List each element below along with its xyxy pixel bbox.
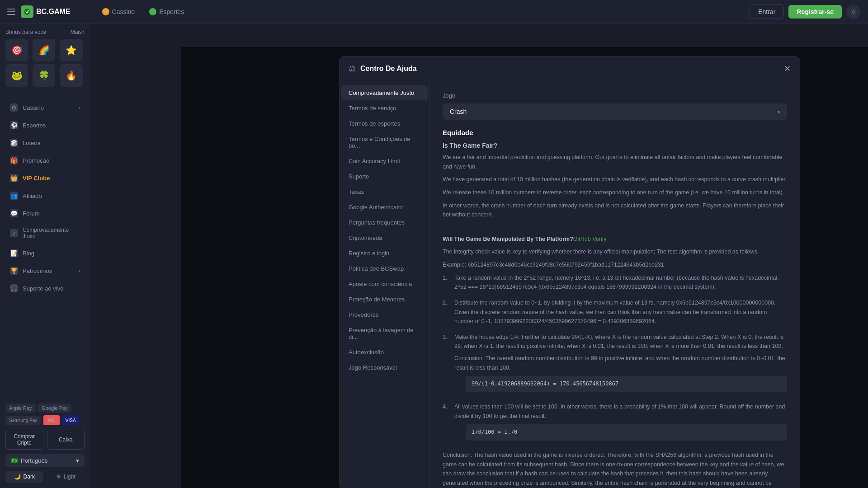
bonus-more[interactable]: Mais › — [71, 29, 85, 35]
moon-icon: 🌙 — [14, 474, 21, 480]
sidebar-item-suporte[interactable]: 🎧 Suporte ao vivo — [3, 280, 87, 297]
registrar-button[interactable]: Registrar-se — [788, 5, 842, 19]
patrocinios-label: Patrocínios — [23, 267, 52, 274]
step-4-num: 4. — [443, 402, 450, 444]
step-3-text: Make the house edge 1%. Further to calcu… — [454, 334, 783, 350]
chevron-down-icon: ▾ — [76, 457, 79, 464]
bonus-item[interactable]: 🌈 — [33, 39, 55, 61]
equidade-title: Equidade — [443, 129, 787, 136]
main-area: ⚖ Centro De Ajuda ✕ Comprovadamente Just… — [90, 23, 868, 488]
close-button[interactable]: ✕ — [784, 64, 791, 74]
step-3-content: Make the house edge 1%. Further to calcu… — [454, 333, 787, 396]
google-pay-icon: Google Pay — [38, 404, 71, 413]
conclusion-text: Conclusion: The hash value used in the g… — [443, 450, 787, 488]
bonus-item[interactable]: 🔥 — [60, 64, 83, 87]
help-nav-taxas[interactable]: Taxas — [341, 184, 428, 199]
bonus-item[interactable]: 🎯 — [5, 39, 28, 61]
dark-theme-button[interactable]: 🌙 Dark — [5, 471, 43, 483]
topnav-left: BC.GAME — [7, 5, 71, 18]
github-verify-link[interactable]: GitHub Verify — [573, 236, 607, 242]
main-layout: Bônus para você Mais › 🎯 🌈 ⭐ 🐸 🍀 🔥 ⚙ Cas… — [0, 23, 868, 488]
logo[interactable]: BC.GAME — [21, 5, 71, 18]
language-button[interactable]: 🇧🇷 Português ▾ — [5, 454, 85, 467]
topnav-center: Cassino Esportes — [96, 5, 191, 18]
help-center-icon: ⚖ — [349, 64, 356, 74]
help-nav-registro-login[interactable]: Registro e login — [341, 246, 428, 261]
nav-esportes[interactable]: Esportes — [143, 5, 190, 18]
sidebar-item-vip[interactable]: 👑 VIP Clube — [3, 169, 87, 187]
help-nav-protecao[interactable]: Proteção de Menores — [341, 292, 428, 307]
sidebar-item-loteria[interactable]: 🎲 Loteria — [3, 134, 87, 151]
light-theme-button[interactable]: ☀ Light — [47, 471, 85, 483]
step-2-text: Distribute the random value to 0~1, by d… — [454, 298, 787, 326]
hamburger-menu[interactable] — [7, 9, 15, 15]
help-nav-coin-accuracy[interactable]: Coin Accuracy Limit — [341, 154, 428, 169]
blog-menu-icon: 📝 — [10, 249, 18, 257]
nav-cassino[interactable]: Cassino — [96, 5, 142, 18]
help-nav-politica-bcswap[interactable]: Política dee BCSwap — [341, 261, 428, 276]
settings-button[interactable] — [846, 5, 861, 19]
help-nav-prevencao[interactable]: Prevenção à lavagem de di... — [341, 323, 428, 344]
help-nav-termos-esportes[interactable]: Termos de esportes — [341, 116, 428, 131]
logo-icon — [21, 5, 33, 18]
lang-label: Português — [21, 457, 47, 464]
sidebar-item-blog[interactable]: 📝 Blog — [3, 244, 87, 262]
chevron-right-icon: › — [83, 29, 85, 35]
sidebar-item-cassino[interactable]: ⚙ Cassino › — [3, 99, 87, 116]
topnav-right: Entrar Registrar-se — [750, 5, 861, 19]
samsung-pay-icon: Samsung Pay — [5, 416, 41, 425]
light-label: Light — [64, 474, 75, 480]
help-nav-aposte[interactable]: Aposte com consciência — [341, 277, 428, 291]
flag-icon: 🇧🇷 — [11, 457, 18, 464]
dark-label: Dark — [24, 474, 35, 480]
help-nav-autoexclusao[interactable]: Autoexclusão — [341, 345, 428, 360]
help-nav-google-auth[interactable]: Google Authenticator — [341, 200, 428, 215]
para5: The integrity check value is key to veri… — [443, 247, 787, 257]
sidebar-item-patrocinios[interactable]: 🏆 Patrocínios › — [3, 262, 87, 279]
help-nav-criptomoeda[interactable]: Criptomoeda — [341, 230, 428, 245]
nav-esportes-label: Esportes — [159, 8, 184, 15]
steps-list: 1. Take a random value in the 2^52 range… — [443, 273, 787, 444]
comprovadamente-menu-icon: ✓ — [10, 229, 18, 237]
caixa-button[interactable]: Caixa — [47, 430, 85, 450]
chevron-right-icon: › — [79, 268, 80, 273]
help-header: ⚖ Centro De Ajuda ✕ — [340, 56, 800, 81]
para2: We have generated a total of 10 million … — [443, 175, 787, 184]
bonus-item[interactable]: 🍀 — [33, 64, 55, 87]
help-overlay: ⚖ Centro De Ajuda ✕ Comprovadamente Just… — [181, 47, 868, 488]
sidebar-item-forum[interactable]: 💬 Fórum — [3, 205, 87, 222]
step-4-text: All values less than 100 will be set to … — [454, 404, 785, 419]
game-selector-arrow-icon: › — [778, 108, 780, 115]
bonus-title: Bônus para você — [5, 29, 46, 35]
para1: We are a fair and impartial prediction a… — [443, 153, 787, 171]
cassino-menu-icon: ⚙ — [10, 103, 18, 112]
help-nav-perguntas[interactable]: Perguntas frequentes — [341, 215, 428, 230]
game-selector[interactable]: Crash › — [443, 103, 787, 120]
entrar-button[interactable]: Entrar — [750, 5, 784, 19]
bonus-header: Bônus para você Mais › — [5, 29, 85, 35]
help-nav-termos-condicoes[interactable]: Termos e Condições de bô... — [341, 131, 428, 153]
help-nav-jogo-responsavel[interactable]: Jogo Responsável — [341, 360, 428, 375]
esportes-label: Esportes — [23, 122, 46, 129]
help-nav-comprovadamente[interactable]: Comprovadamente Justo — [341, 85, 428, 100]
help-nav-provedores[interactable]: Provedores — [341, 307, 428, 322]
forum-menu-icon: 💬 — [10, 209, 18, 217]
step-1-text: Take a random value in the 2^52 range, n… — [454, 273, 787, 292]
sidebar-item-comprovadamente[interactable]: ✓ Comprovadamente Justo — [3, 222, 87, 244]
help-nav-suporte[interactable]: Suporte — [341, 169, 428, 184]
loteria-menu-icon: 🎲 — [10, 139, 18, 147]
sidebar-item-promocao[interactable]: 🎁 Promoção — [3, 152, 87, 169]
sidebar: Bônus para você Mais › 🎯 🌈 ⭐ 🐸 🍀 🔥 ⚙ Cas… — [0, 23, 90, 488]
bonus-item[interactable]: ⭐ — [60, 39, 83, 61]
comprar-cripto-button[interactable]: Comprar Cripto — [5, 430, 43, 450]
loteria-label: Loteria — [23, 140, 41, 146]
sidebar-item-esportes[interactable]: ⚽ Esportes — [3, 117, 87, 134]
promocao-label: Promoção — [23, 157, 49, 164]
sidebar-item-afiliado[interactable]: 👥 Afiliado — [3, 187, 87, 204]
step-1: 1. Take a random value in the 2^52 range… — [443, 273, 787, 292]
help-nav-termos-servico[interactable]: Termos de serviço — [341, 101, 428, 116]
para4: In other words, the crash number of each… — [443, 201, 787, 220]
step-4-code: 170/100 = 1.70 — [466, 424, 787, 441]
manipulate-subtitle: Will The Game Be Manipulated By The Plat… — [443, 235, 787, 244]
bonus-item[interactable]: 🐸 — [5, 64, 28, 87]
